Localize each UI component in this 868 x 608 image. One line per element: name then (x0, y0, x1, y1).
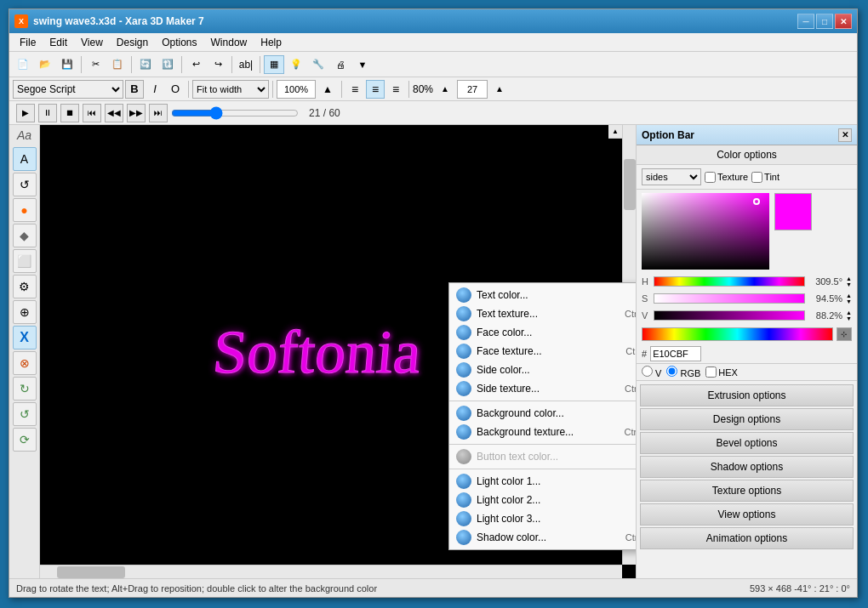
h-slider[interactable] (654, 276, 805, 287)
menu-file[interactable]: File (13, 35, 43, 50)
fit-select[interactable]: Fit to width (192, 80, 269, 99)
scroll-thumb-v[interactable] (624, 159, 636, 210)
h-arrows[interactable]: ▲ ▼ (846, 276, 852, 287)
shadow-color-menu-item[interactable]: Shadow color... Ctrl+Shift+S (449, 528, 636, 547)
h-down-arrow[interactable]: ▼ (846, 281, 852, 287)
rotate-tool-btn[interactable]: ↺ (13, 173, 37, 196)
stop-btn[interactable]: ⏹ (60, 104, 79, 122)
texture-tool-btn[interactable]: ⬜ (13, 249, 37, 273)
color-swatch[interactable] (774, 193, 812, 230)
hex-check-label[interactable]: HEX (705, 367, 738, 378)
rgb-radio[interactable] (666, 366, 677, 377)
cut-btn[interactable]: ✂ (85, 55, 106, 74)
undo-btn[interactable]: ↩ (186, 55, 206, 74)
tint-checkbox[interactable] (751, 172, 762, 183)
rotate2-tool-btn[interactable]: ↻ (13, 377, 37, 401)
text-btn[interactable]: ab| (236, 55, 256, 74)
v-slider[interactable] (654, 310, 805, 321)
rv-radio[interactable] (642, 366, 653, 377)
sides-select[interactable]: sides (642, 168, 701, 185)
canvas-area[interactable]: ▲ Softonia Text color... Alt+C Text text… (40, 125, 636, 578)
light-btn[interactable]: 💡 (286, 55, 306, 74)
text-tool-btn[interactable]: A (13, 147, 37, 171)
rotate3-tool-btn[interactable]: ↺ (13, 402, 37, 426)
animation-options-btn[interactable]: Animation options (640, 527, 854, 549)
side-texture-menu-item[interactable]: Side texture... Ctrl+Shift+D (449, 379, 636, 398)
color-gradient[interactable] (642, 193, 769, 270)
rgb-radio-label[interactable]: RGB (666, 366, 700, 378)
close-btn[interactable]: ✕ (835, 14, 852, 29)
shadow-options-btn[interactable]: Shadow options (640, 456, 854, 478)
refresh1-btn[interactable]: 🔄 (135, 55, 156, 74)
new-btn[interactable]: 📄 (13, 55, 33, 74)
save-btn[interactable]: 💾 (57, 55, 77, 74)
settings-btn[interactable]: 🔧 (308, 55, 328, 74)
tint-check-label[interactable]: Tint (751, 172, 779, 183)
horizontal-scrollbar[interactable] (40, 565, 622, 578)
open-btn[interactable]: 📂 (35, 55, 55, 74)
color-spectrum[interactable] (642, 327, 833, 341)
menu-options[interactable]: Options (155, 35, 203, 50)
menu-view[interactable]: View (74, 35, 110, 50)
bg-color-menu-item[interactable]: Background color... Alt+G (449, 404, 636, 423)
arrow-tool-btn[interactable]: ◆ (13, 224, 37, 247)
align-left-btn[interactable]: ≡ (345, 80, 364, 99)
outline-btn[interactable]: O (166, 80, 185, 99)
bevel-options-btn[interactable]: Bevel options (640, 432, 854, 454)
size-input[interactable] (457, 80, 488, 99)
gear-tool-btn[interactable]: ⚙ (13, 275, 37, 298)
redo-btn[interactable]: ↪ (208, 55, 228, 74)
text-color-menu-item[interactable]: Text color... Alt+C (449, 286, 636, 304)
play-btn[interactable]: ▶ (16, 104, 35, 122)
s-slider[interactable] (654, 293, 805, 304)
light3-menu-item[interactable]: Light color 3... Alt+3 (449, 509, 636, 528)
option-bar-close-btn[interactable]: ✕ (838, 128, 852, 142)
light2-menu-item[interactable]: Light color 2... Alt+2 (449, 491, 636, 509)
face-texture-menu-item[interactable]: Face texture... Ctrl+Shift+F (449, 342, 636, 361)
hex-checkbox[interactable] (705, 367, 717, 378)
x-tool-btn[interactable]: X (13, 326, 37, 349)
v-up-arrow[interactable]: ▲ (846, 310, 852, 315)
camera-tool-btn[interactable]: ⊕ (13, 300, 37, 324)
spin-tool-btn[interactable]: ⟳ (13, 428, 37, 452)
face-color-menu-item[interactable]: Face color... Alt+F (449, 323, 636, 342)
scale-up-btn[interactable]: ▲ (435, 80, 455, 99)
spectrum-picker-btn[interactable]: ⊹ (837, 327, 852, 341)
s-down-arrow[interactable]: ▼ (846, 298, 852, 304)
menu-help[interactable]: Help (254, 35, 288, 50)
menu-window[interactable]: Window (204, 35, 254, 50)
h-up-arrow[interactable]: ▲ (846, 276, 852, 281)
anim-slider[interactable] (171, 107, 299, 119)
texture-check-label[interactable]: Texture (705, 172, 748, 183)
view-options-btn[interactable]: View options (640, 503, 854, 526)
v-arrows[interactable]: ▲ ▼ (846, 310, 852, 321)
next-btn[interactable]: ▶▶ (127, 104, 146, 122)
bg-texture-menu-item[interactable]: Background texture... Ctrl+Shift+G (449, 423, 636, 441)
copy-btn[interactable]: 📋 (107, 55, 128, 74)
minimize-btn[interactable]: ─ (797, 14, 814, 29)
light1-menu-item[interactable]: Light color 1... Alt+1 (449, 472, 636, 491)
pause-btn[interactable]: ⏸ (38, 104, 57, 122)
s-arrows[interactable]: ▲ ▼ (846, 293, 852, 304)
prev-btn[interactable]: ◀◀ (105, 104, 123, 122)
refresh2-btn[interactable]: 🔃 (157, 55, 178, 74)
hex-input[interactable] (650, 346, 701, 361)
font-select[interactable]: Segoe Script (13, 80, 123, 99)
more-btn[interactable]: ▼ (352, 55, 373, 74)
s-up-arrow[interactable]: ▲ (846, 293, 852, 298)
grid-btn[interactable]: ▦ (264, 55, 284, 74)
italic-btn[interactable]: I (146, 80, 164, 99)
side-color-menu-item[interactable]: Side color... Alt+D (449, 361, 636, 379)
bold-btn[interactable]: B (125, 80, 144, 99)
zoom-up-btn[interactable]: ▲ (317, 80, 338, 99)
texture-checkbox[interactable] (705, 172, 716, 183)
align-right-btn[interactable]: ≡ (386, 80, 405, 99)
maximize-btn[interactable]: □ (816, 14, 833, 29)
align-center-btn[interactable]: ≡ (366, 80, 385, 99)
design-options-btn[interactable]: Design options (640, 408, 854, 430)
circle-x-tool-btn[interactable]: ⊗ (13, 351, 37, 375)
texture-options-btn[interactable]: Texture options (640, 480, 854, 502)
menu-design[interactable]: Design (110, 35, 155, 50)
extrusion-options-btn[interactable]: Extrusion options (640, 384, 854, 406)
sphere-tool-btn[interactable]: ● (13, 198, 37, 222)
